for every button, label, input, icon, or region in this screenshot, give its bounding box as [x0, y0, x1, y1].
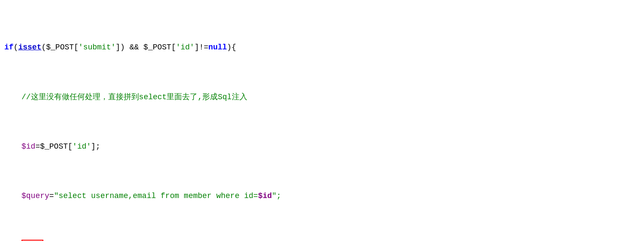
code-line-1: ​if(isset($_POST['submit']) && $_POST['i… — [4, 41, 644, 54]
code-block: ​if(isset($_POST['submit']) && $_POST['i… — [4, 4, 644, 241]
arrow-icon: ► — [82, 239, 87, 241]
code-line-2: //这里没有做任何处理，直接拼到select里面去了,形成Sql注入 — [4, 91, 644, 104]
code-line-4: $query="select username,email from membe… — [4, 190, 644, 202]
code-line-3: $id=$_POST['id']; — [4, 140, 644, 153]
code-line-5: echo $query;► 在这填写这个语句，使得页面会打印出SQL语句 — [4, 239, 644, 241]
